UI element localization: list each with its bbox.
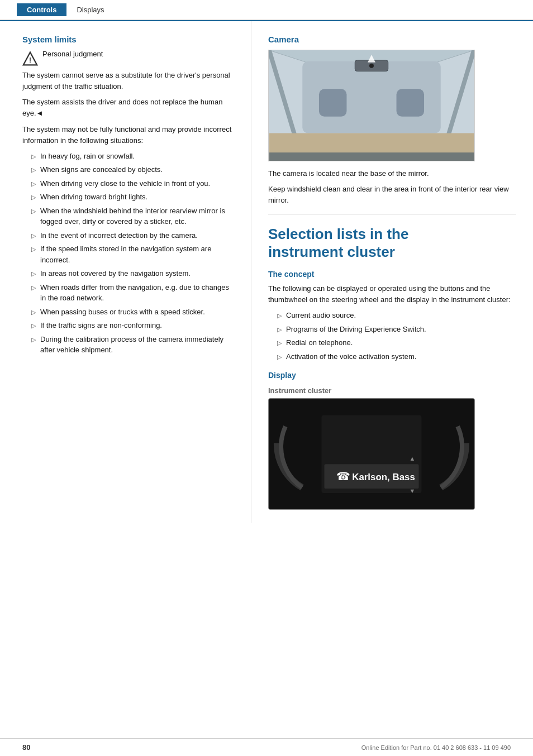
svg-text:▼: ▼ [410, 487, 416, 494]
warning-icon: ! [22, 51, 38, 66]
body-text1: The system may not be fully functional a… [22, 124, 234, 146]
camera-title: Camera [268, 35, 516, 44]
tab-displays[interactable]: Displays [66, 3, 114, 16]
warning-text2: The system assists the driver and does n… [22, 97, 234, 119]
list-item: ▷When driving toward bright lights. [22, 192, 234, 203]
concept-bullet-list: ▷Current audio source.▷Programs of the D… [268, 310, 516, 362]
list-item: ▷During the calibration process of the c… [22, 334, 234, 356]
concept-title: The concept [268, 270, 516, 279]
warning-text1: The system cannot serve as a substitute … [22, 70, 234, 92]
svg-text:!: ! [29, 56, 31, 64]
selection-lists-title: Selection lists in the instrument cluste… [268, 226, 516, 260]
system-limits-title: System limits [22, 35, 234, 44]
concept-text: The following can be displayed or operat… [268, 283, 516, 305]
right-column: Camera [251, 21, 533, 523]
list-item: ▷When passing buses or trucks with a spe… [22, 307, 234, 318]
list-item: ▷In heavy fog, rain or snowfall. [22, 151, 234, 162]
list-item: ▷In areas not covered by the navigation … [22, 268, 234, 279]
svg-rect-8 [319, 89, 347, 117]
list-item: ▷When signs are concealed by objects. [22, 164, 234, 175]
svg-rect-11 [269, 152, 474, 161]
cluster-image: ☎ Karlson, Bass ▲ ▼ [268, 398, 475, 510]
camera-text2: Keep windshield clean and clear in the a… [268, 184, 516, 206]
camera-image [268, 50, 475, 161]
list-item: ▷When roads differ from the navigation, … [22, 282, 234, 304]
page-number: 80 [22, 743, 30, 752]
svg-text:▲: ▲ [410, 455, 416, 462]
section-divider [268, 214, 516, 214]
svg-rect-9 [397, 89, 425, 117]
tab-controls[interactable]: Controls [17, 3, 66, 16]
list-item: ▷If the speed limits stored in the navig… [22, 243, 234, 265]
list-item: ▷Current audio source. [268, 310, 516, 321]
footer-text: Online Edition for Part no. 01 40 2 608 … [361, 744, 511, 751]
left-column: System limits ! Personal judgment The sy… [0, 21, 251, 523]
display-title: Display [268, 371, 516, 380]
warning-block: ! Personal judgment [22, 50, 234, 66]
list-item: ▷Programs of the Driving Experience Swit… [268, 324, 516, 335]
svg-text:☎: ☎ [336, 470, 350, 482]
svg-text:Karlson, Bass: Karlson, Bass [352, 472, 415, 482]
main-content: System limits ! Personal judgment The sy… [0, 21, 533, 523]
warning-label: Personal judgment [42, 50, 103, 58]
list-item: ▷In the event of incorrect detection by … [22, 230, 234, 241]
header-nav: Controls Displays [0, 0, 533, 20]
list-item: ▷If the traffic signs are non-conforming… [22, 320, 234, 331]
list-item: ▷Redial on telephone. [268, 337, 516, 348]
bullet-list: ▷In heavy fog, rain or snowfall.▷When si… [22, 151, 234, 356]
cluster-bg-svg: ☎ Karlson, Bass ▲ ▼ [269, 399, 474, 510]
instrument-cluster-subtitle: Instrument cluster [268, 386, 516, 395]
car-interior-svg [269, 50, 474, 161]
svg-point-6 [369, 64, 374, 68]
list-item: ▷When driving very close to the vehicle … [22, 178, 234, 189]
footer: 80 Online Edition for Part no. 01 40 2 6… [0, 738, 533, 756]
list-item: ▷Activation of the voice activation syst… [268, 351, 516, 362]
camera-text1: The camera is located near the base of t… [268, 168, 516, 179]
list-item: ▷When the windshield behind the interior… [22, 205, 234, 227]
